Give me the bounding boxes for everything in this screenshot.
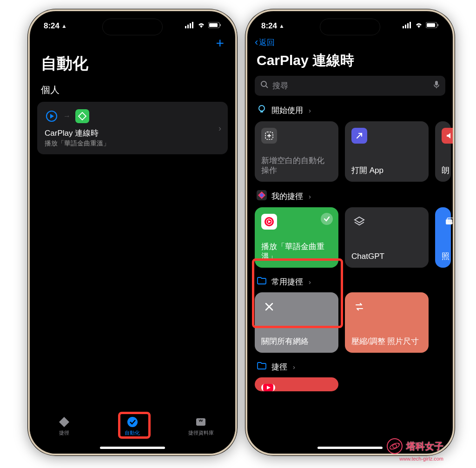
svg-rect-3: [192, 22, 193, 28]
svg-marker-8: [50, 114, 54, 119]
youtube-music-icon: [261, 214, 277, 230]
tile-play-music[interactable]: 播放「華語金曲重溫」: [255, 207, 338, 268]
shortcuts-icon: [58, 415, 71, 428]
tile-chatgpt[interactable]: ChatGPT: [345, 207, 429, 268]
page-title: 自動化: [30, 53, 235, 79]
section-my-shortcuts-label: 我的捷徑: [271, 191, 303, 202]
add-automation-button[interactable]: +: [216, 36, 224, 50]
home-indicator[interactable]: [317, 447, 383, 449]
folder-icon: [257, 361, 267, 373]
status-time: 8:24: [261, 21, 277, 31]
search-placeholder: 搜尋: [272, 80, 288, 91]
tab-gallery-label: 捷徑資料庫: [188, 429, 214, 436]
add-blank-icon: [261, 128, 277, 144]
chevron-right-icon: ›: [309, 278, 311, 286]
svg-rect-0: [185, 26, 186, 28]
section-getting-started[interactable]: 開始使用 ›: [247, 104, 453, 121]
tile-compress-label: 壓縮/調整 照片尺寸: [351, 336, 422, 346]
chevron-right-icon: ›: [309, 192, 311, 200]
svg-point-21: [259, 105, 264, 111]
carplay-status-icon: ▲: [61, 23, 67, 29]
section-personal-label: 個人: [30, 79, 235, 100]
chevron-left-icon: ‹: [255, 36, 258, 48]
page-title: CarPlay 連線時: [247, 51, 453, 76]
tile-open-app-label: 打開 App: [351, 165, 422, 175]
watermark-title: 塔科女子: [406, 440, 443, 453]
automation-card-carplay[interactable]: → CarPlay 連線時 播放「華語金曲重溫」 ›: [37, 102, 228, 154]
tab-shortcuts-label: 捷徑: [59, 429, 69, 436]
back-button[interactable]: ‹ 返回: [247, 33, 453, 51]
speaker-icon: [442, 128, 453, 144]
phone-action-picker: 8:24 ▲ ‹ 返回 CarPlay 連線時: [245, 9, 455, 455]
svg-rect-13: [407, 23, 409, 28]
tab-shortcuts[interactable]: 捷徑: [41, 415, 87, 436]
watermark: 塔科女子: [387, 438, 443, 454]
chevron-right-icon: ›: [309, 106, 311, 114]
tile-compress-photo[interactable]: 壓縮/調整 照片尺寸: [345, 292, 429, 353]
x-icon: [261, 299, 277, 315]
chevron-right-icon: ›: [293, 363, 295, 371]
dynamic-island: [102, 19, 163, 35]
automation-card-title: CarPlay 連線時: [45, 128, 220, 138]
svg-rect-2: [190, 23, 191, 28]
lightbulb-icon: [257, 104, 267, 117]
tile-speak-label: 朗: [442, 165, 444, 175]
svg-rect-11: [403, 26, 404, 28]
tile-play-music-label: 播放「華語金曲重溫」: [261, 242, 332, 262]
chevron-right-icon: ›: [218, 123, 221, 133]
tab-gallery[interactable]: 捷徑資料庫: [178, 415, 224, 436]
tile-photos-partial[interactable]: 照: [435, 207, 451, 268]
tile-photos-label: 照: [442, 251, 444, 261]
svg-point-32: [393, 444, 397, 448]
svg-rect-16: [427, 23, 435, 27]
battery-icon: [426, 21, 439, 31]
svg-rect-28: [446, 219, 452, 224]
stack-icon: [351, 214, 367, 230]
shortcuts-app-icon: [257, 190, 267, 203]
section-getting-started-label: 開始使用: [271, 105, 303, 116]
wifi-icon: [415, 21, 423, 31]
carplay-icon: [45, 109, 59, 123]
svg-rect-5: [209, 23, 218, 27]
tile-speak-partial[interactable]: 朗: [435, 121, 451, 182]
svg-point-18: [261, 81, 266, 86]
tile-blank-automation[interactable]: 新增空白的自動化操作: [255, 121, 338, 182]
tile-blank-label: 新增空白的自動化操作: [261, 156, 332, 176]
search-icon: [260, 80, 269, 91]
shortcut-app-icon: [75, 109, 89, 123]
svg-rect-12: [405, 25, 406, 28]
tab-automation[interactable]: 自動化: [109, 415, 156, 436]
section-my-shortcuts[interactable]: 我的捷徑 ›: [247, 190, 453, 207]
battery-icon: [208, 21, 221, 31]
tile-close-network[interactable]: 關閉所有網絡: [255, 292, 338, 353]
signal-icon: [403, 21, 412, 31]
section-common-shortcuts[interactable]: 常用捷徑 ›: [247, 276, 453, 292]
svg-rect-20: [435, 81, 438, 86]
status-time: 8:24: [44, 21, 60, 31]
folder-icon: [257, 276, 267, 288]
svg-rect-22: [260, 111, 263, 112]
tile-open-app[interactable]: 打開 App: [345, 121, 429, 182]
search-input[interactable]: 搜尋: [255, 76, 445, 96]
svg-rect-1: [187, 25, 189, 28]
photos-stack-icon: [442, 214, 453, 230]
wifi-icon: [197, 21, 205, 31]
arrow-icon: →: [63, 112, 71, 120]
svg-point-9: [127, 417, 138, 427]
youtube-icon: [261, 384, 275, 391]
tile-chatgpt-label: ChatGPT: [351, 251, 422, 261]
home-indicator[interactable]: [100, 447, 165, 449]
tile-close-network-label: 關閉所有網絡: [261, 336, 332, 346]
svg-rect-17: [437, 24, 438, 26]
automation-card-subtitle: 播放「華語金曲重溫」: [45, 139, 220, 148]
section-shortcuts-label: 捷徑: [271, 362, 287, 372]
dynamic-island: [320, 19, 380, 35]
mic-icon[interactable]: [433, 80, 440, 91]
watermark-url: www.tech-girlz.com: [399, 456, 443, 461]
svg-rect-14: [410, 22, 411, 28]
repeat-icon: [351, 299, 367, 315]
tile-partial-bottom[interactable]: [255, 377, 338, 391]
section-shortcuts[interactable]: 捷徑 ›: [247, 361, 453, 377]
watermark-logo-icon: [387, 438, 403, 454]
selected-checkmark-icon: [321, 213, 333, 225]
